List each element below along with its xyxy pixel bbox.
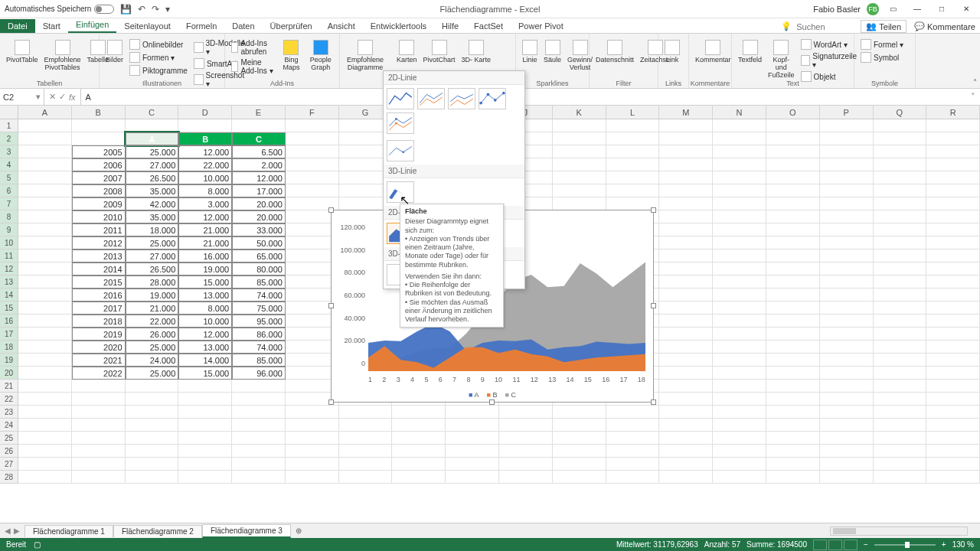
redo-icon[interactable]: ↷ [152,4,159,15]
cell[interactable] [926,184,980,197]
cell[interactable] [874,367,927,380]
cell[interactable]: 74.000 [232,341,286,354]
textbox-button[interactable]: Textfeld [737,38,763,66]
cell[interactable] [18,393,72,406]
cell[interactable] [766,197,820,210]
page-layout-view-button[interactable] [828,540,842,550]
row-header[interactable]: 20 [0,367,18,380]
row-header[interactable]: 15 [0,302,18,315]
cell[interactable]: 2022 [72,367,126,380]
recommended-charts-button[interactable]: Empfohlene Diagramme [345,38,386,73]
cell[interactable] [178,458,232,471]
cell[interactable] [659,302,713,315]
cell[interactable] [766,223,820,236]
cell[interactable] [18,406,72,419]
tab-start[interactable]: Start [35,19,68,33]
equation-button[interactable]: Formel ▾ [859,38,905,51]
cell[interactable]: 2013 [72,249,126,262]
cell[interactable] [874,445,927,458]
pivottable-button[interactable]: PivotTable [5,38,40,66]
cell[interactable] [874,406,927,419]
cell[interactable] [766,171,820,184]
legend-a[interactable]: A [469,391,479,399]
cell[interactable] [659,341,713,354]
cell[interactable] [766,354,820,367]
cell[interactable] [766,276,820,289]
cell[interactable] [126,406,179,419]
cell[interactable] [766,419,820,432]
cell[interactable] [713,354,766,367]
cell[interactable] [18,419,72,432]
cell[interactable] [659,354,713,367]
horizontal-scrollbar[interactable] [830,527,968,536]
cell[interactable] [126,119,179,132]
cell[interactable] [286,145,339,158]
cell[interactable] [659,236,713,249]
cell[interactable]: 27.000 [126,249,179,262]
column-header[interactable]: B [72,106,126,119]
cell[interactable] [126,380,179,393]
cell[interactable]: 2014 [72,262,126,276]
cell[interactable] [874,184,927,197]
cell[interactable] [820,158,874,171]
pictures-button[interactable]: Bilder [104,38,125,66]
cell[interactable] [713,145,766,158]
cell[interactable] [18,328,72,341]
cell[interactable]: 22.000 [126,315,179,328]
cell[interactable] [926,432,980,445]
cell[interactable] [499,471,553,484]
people-graph-button[interactable]: People Graph [306,38,335,73]
cell[interactable]: 2018 [72,315,126,328]
cell[interactable] [18,158,72,171]
cell[interactable]: 80.000 [232,262,286,276]
cell[interactable] [659,276,713,289]
cell[interactable] [18,249,72,262]
cell[interactable] [874,158,927,171]
cell[interactable] [874,171,927,184]
cell[interactable] [126,432,179,445]
cell[interactable] [339,471,393,484]
cell[interactable] [499,432,553,445]
cell[interactable] [766,367,820,380]
cell[interactable] [178,445,232,458]
cell[interactable] [286,471,339,484]
cell[interactable] [286,184,339,197]
cell[interactable]: 2006 [72,158,126,171]
macro-record-icon[interactable]: ▢ [34,540,41,549]
cell[interactable] [659,406,713,419]
cell[interactable]: 2012 [72,236,126,249]
chevron-down-icon[interactable]: ▾ [36,92,41,102]
cell[interactable]: 14.000 [178,354,232,367]
cell[interactable]: 2007 [72,171,126,184]
cell[interactable] [713,262,766,276]
cell[interactable] [553,132,606,145]
row-header[interactable]: 17 [0,328,18,341]
cell[interactable] [446,458,499,471]
sheet-tab[interactable]: Flächendiagramme 1 [24,525,113,537]
cell[interactable]: 22.000 [178,158,232,171]
cell[interactable] [820,249,874,262]
column-header[interactable]: K [553,106,606,119]
autosave-toggle[interactable] [94,5,114,14]
cell[interactable]: 8.000 [178,184,232,197]
cell[interactable] [874,471,927,484]
cell[interactable] [606,432,660,445]
cell[interactable]: 15.000 [178,367,232,380]
resize-handle[interactable] [651,207,656,213]
cell[interactable] [766,236,820,249]
cell[interactable] [232,380,286,393]
cell[interactable] [178,406,232,419]
cell[interactable] [553,119,606,132]
cell[interactable] [339,445,393,458]
cell[interactable] [713,328,766,341]
cell[interactable] [659,393,713,406]
cell[interactable] [766,119,820,132]
cell[interactable]: 2011 [72,223,126,236]
cell[interactable] [392,419,446,432]
cell[interactable] [446,471,499,484]
cell[interactable]: 2008 [72,184,126,197]
pct-stacked-line-chart-type[interactable] [448,88,475,109]
page-break-view-button[interactable] [844,540,858,550]
cell[interactable] [926,276,980,289]
cell[interactable] [286,132,339,145]
